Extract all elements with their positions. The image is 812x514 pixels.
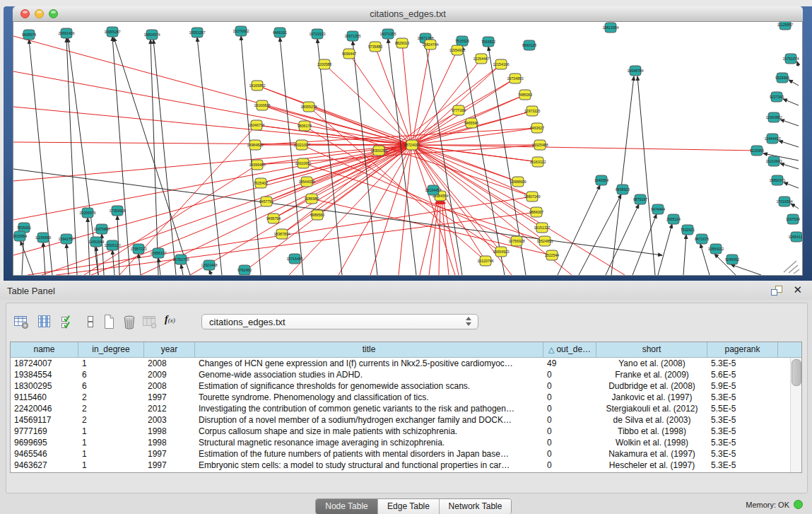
table-row[interactable]: 969969511998Structural magnetic resonanc… [11,437,801,448]
graph-node[interactable]: 19734893 [507,74,523,83]
graph-node[interactable]: 16210643 [765,156,782,166]
close-icon[interactable]: ✕ [793,284,802,296]
graph-node[interactable]: 9227343 [770,92,784,102]
graph-node[interactable]: 9474444 [651,204,665,214]
graph-node[interactable]: 12093852 [765,112,782,122]
graph-node[interactable]: 9495794 [266,214,281,223]
table-cell[interactable]: Tourette syndrome. Phenomenology and cla… [195,392,543,403]
delete-icon[interactable] [122,313,137,330]
table-cell[interactable]: Corpus callosum shape and size in male p… [195,426,543,437]
column-header-in_degree[interactable]: in_degree [78,342,144,357]
graph-node[interactable]: 15892971 [769,175,785,185]
graph-node[interactable]: 19834574 [143,30,160,40]
table-cell[interactable]: 2009 [144,369,195,380]
graph-node[interactable]: 12254447 [473,54,489,64]
graph-node[interactable]: 10975887 [93,224,110,234]
graph-node[interactable]: 8829013 [395,38,409,48]
graph-node[interactable]: 18300295 [370,146,387,156]
table-cell[interactable]: 5.3E-5 [707,448,778,460]
graph-node[interactable]: 17957223 [130,244,146,254]
graph-node[interactable]: 8471676 [695,234,709,244]
window-titlebar[interactable]: citations_edges.txt [13,6,803,22]
table-cell[interactable]: 19384554 [11,369,78,380]
table-cell[interactable]: Yano et al. (2008) [596,358,707,369]
table-cell[interactable]: Hescheler et al. (1997) [596,460,707,471]
table-cell[interactable]: 2 [78,414,144,426]
table-cell[interactable]: 0 [543,448,596,460]
graph-node[interactable]: 8938923 [616,185,630,194]
table-selector-dropdown[interactable]: citations_edges.txt [201,314,478,329]
table-cell[interactable]: 1997 [144,460,195,471]
graph-node[interactable]: 15824744 [422,40,438,49]
graph-node[interactable]: 7625402 [254,178,268,188]
table-cell[interactable]: 1 [78,358,144,369]
table-cell[interactable]: Disruption of a novel member of a sodium… [195,414,543,426]
graph-node[interactable]: 16648784 [627,66,643,76]
graph-node[interactable]: 18807249 [524,192,540,201]
graph-node[interactable]: 10958107 [150,248,166,258]
graph-node[interactable]: 11554938 [449,45,466,55]
table-cell[interactable]: 5.6E-5 [707,369,778,380]
graph-node[interactable]: 15751074 [782,54,799,64]
table-row[interactable]: 1872400712008Changes of HCN gene express… [11,358,801,369]
column-header-title[interactable]: title [195,342,543,357]
graph-node[interactable]: 12444413 [764,134,780,144]
table-cell[interactable]: 0 [543,380,596,392]
graph-node[interactable]: 16046736 [248,120,264,130]
table-cell[interactable]: 18724007 [11,358,78,369]
graph-node[interactable]: 9465546 [464,118,478,128]
table-row[interactable]: 1830029562008Estimation of significance … [11,380,801,392]
graph-node[interactable]: 6466161 [273,28,287,37]
graph-node[interactable]: 12154106 [493,59,509,69]
graph-node[interactable]: 7485063 [518,90,532,100]
graph-node[interactable]: 9884067 [529,207,543,217]
graph-node[interactable]: 1640954 [594,175,608,185]
table-cell[interactable]: 1997 [144,448,195,460]
table-cell[interactable]: 5.3E-5 [707,426,778,437]
graph-node[interactable]: 10654122 [788,232,802,242]
table-cell[interactable]: Embryonic stem cells: a model to study s… [195,460,543,471]
network-canvas[interactable]: 9405574206914061695528719834574105532871… [13,22,803,276]
table-cell[interactable]: 5.3E-5 [707,392,778,403]
table-cell[interactable]: Dudbridge et al. (2008) [596,380,707,392]
table-row[interactable]: 2242004622012Investigating the contribut… [11,403,801,414]
column-settings-icon[interactable] [37,313,52,330]
column-header-short[interactable]: short [596,342,707,357]
graph-node[interactable]: 9245652 [725,255,739,264]
graph-node[interactable]: 17359928 [109,206,125,216]
graph-node[interactable]: 10025488 [531,140,548,150]
graph-node[interactable]: 10654112 [708,244,724,254]
table-cell[interactable]: Estimation of significance thresholds fo… [195,380,543,392]
table-cell[interactable]: 1 [78,426,144,437]
table-cell[interactable]: 0 [543,392,596,403]
row-icon[interactable] [83,313,98,330]
column-header-out_de[interactable]: △out_de… [543,342,596,357]
graph-node[interactable]: 16955287 [104,27,120,37]
table-cell[interactable]: 1 [78,437,144,448]
graph-node[interactable]: 16099485 [249,160,265,170]
table-cell[interactable]: 5.3E-5 [707,414,778,426]
table-cell[interactable]: 9699695 [11,437,78,448]
table-cell[interactable]: de Silva et al. (2003) [596,414,707,426]
table-cell[interactable]: 5.3E-5 [707,460,778,471]
table-cell[interactable]: Structural magnetic resonance image aver… [195,437,543,448]
table-row[interactable]: 1938455462009Genome-wide association stu… [11,369,801,380]
graph-node[interactable]: 7515526 [455,36,469,46]
graph-node[interactable]: 9329966 [775,73,789,83]
graph-node[interactable]: 13942757 [58,234,74,244]
table-cell[interactable]: 6 [78,369,144,380]
table-row[interactable]: 977716911998Corpus callosum shape and si… [11,426,801,437]
table-cell[interactable]: 0 [543,426,596,437]
graph-node[interactable]: 10553287 [189,28,205,37]
table-cell[interactable]: Nakamura et al. (1997) [596,448,707,460]
graph-node[interactable]: 2935114 [666,214,681,224]
table-cell[interactable]: Stergiakouli et al. (2012) [596,403,707,414]
graph-node[interactable]: 12610651 [295,158,311,168]
graph-node[interactable]: 10756928 [508,236,524,246]
graph-node[interactable]: 18055278 [300,102,317,112]
table-cell[interactable]: 5.3E-5 [707,437,778,448]
table-cell[interactable]: 9777169 [11,426,78,437]
graph-node[interactable]: 10719133 [309,29,325,39]
graph-node[interactable]: 20206576 [79,208,95,218]
graph-node[interactable]: 17016504 [776,197,792,206]
